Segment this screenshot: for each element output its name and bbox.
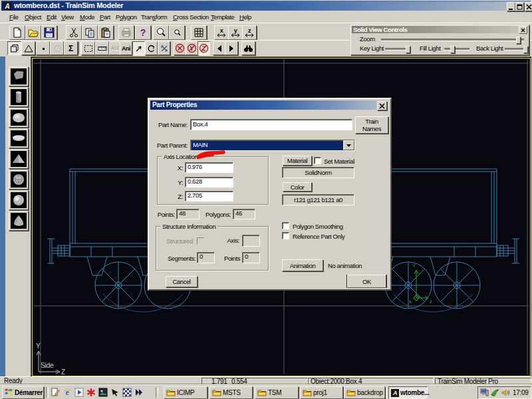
svc-back-light-slider[interactable] xyxy=(505,48,528,51)
quicklaunch-mail-button[interactable] xyxy=(50,387,61,398)
grid-button[interactable] xyxy=(191,25,207,40)
menu-help[interactable]: Help xyxy=(239,13,251,21)
svc-fill-light-slider[interactable] xyxy=(444,48,469,51)
save-button[interactable] xyxy=(41,25,57,40)
task-proj1[interactable]: proj1 xyxy=(300,386,343,399)
start-button[interactable]: Démarrer xyxy=(2,386,44,399)
zoom-in-button[interactable] xyxy=(153,25,169,40)
menu-file[interactable]: File xyxy=(9,13,19,21)
struct-axis-field[interactable] xyxy=(242,235,260,247)
move-tool-button[interactable] xyxy=(132,41,145,55)
tray-display-icon[interactable] xyxy=(491,388,499,397)
menu-mode[interactable]: Mode xyxy=(80,13,94,21)
axis-z-button[interactable]: z xyxy=(242,25,257,40)
animation-button[interactable]: Animation xyxy=(282,259,323,271)
copy-button[interactable] xyxy=(82,25,98,40)
svc-key-light-thumb[interactable] xyxy=(406,46,410,53)
task-icimp[interactable]: ICIMP xyxy=(164,386,207,399)
svc-close-button[interactable] xyxy=(519,26,527,34)
svc-zoom-thumb[interactable] xyxy=(516,37,521,44)
solid-view-controls-titlebar[interactable]: Solid View Controls xyxy=(352,26,527,33)
svc-back-light-thumb[interactable] xyxy=(523,46,528,53)
polygon-smoothing-checkbox[interactable] xyxy=(282,222,289,229)
shape-geosphere-button[interactable] xyxy=(9,170,29,190)
axis-y-button[interactable]: y xyxy=(228,25,243,40)
zoom-out-button[interactable] xyxy=(169,25,185,40)
lock-x-button[interactable] xyxy=(174,41,186,55)
tray-clock[interactable]: 17:09 xyxy=(513,389,529,396)
axis-y-field[interactable]: 0.628 xyxy=(185,177,233,188)
shape-cone-button[interactable] xyxy=(9,149,29,169)
part-name-field[interactable]: Box.4 xyxy=(190,119,352,130)
dialog-titlebar[interactable]: Part Properties xyxy=(150,100,386,110)
scale-tool-button[interactable] xyxy=(158,41,170,55)
paste-button[interactable] xyxy=(98,25,114,40)
menu-edit[interactable]: Edit xyxy=(47,13,57,21)
new-button[interactable] xyxy=(9,25,25,40)
menu-cross-section[interactable]: Cross Section xyxy=(173,13,209,21)
axis-x-field[interactable]: 0.976 xyxy=(185,162,233,173)
svc-zoom-slider[interactable] xyxy=(381,39,524,41)
tray-volume-icon[interactable] xyxy=(501,388,510,397)
svc-key-light-slider[interactable] xyxy=(385,48,410,51)
color-button[interactable]: Color xyxy=(283,182,312,192)
triangle-tool-button[interactable] xyxy=(21,41,35,55)
lock-z-button[interactable] xyxy=(198,41,210,55)
cut-button[interactable] xyxy=(66,25,82,40)
tray-pc-icon[interactable] xyxy=(480,388,489,397)
quicklaunch-star-button[interactable] xyxy=(86,387,96,398)
menu-template[interactable]: Template xyxy=(211,13,234,21)
part-parent-dropdown-button[interactable] xyxy=(343,140,354,150)
quicklaunch-image-button[interactable] xyxy=(98,387,108,398)
help-button[interactable]: ? xyxy=(135,25,151,40)
marquee-select-button[interactable] xyxy=(81,41,95,55)
close-button[interactable] xyxy=(525,2,532,11)
struct-points-field[interactable]: 0 xyxy=(242,252,260,263)
next-button[interactable] xyxy=(225,41,238,55)
menu-part[interactable]: Part xyxy=(100,13,110,21)
quicklaunch-browser-button[interactable]: e xyxy=(62,387,72,398)
reference-part-checkbox[interactable] xyxy=(282,232,289,239)
shape-disc-button[interactable] xyxy=(9,128,29,148)
quicklaunch-pattern-button[interactable] xyxy=(122,387,132,398)
part-parent-combo[interactable]: MAIN xyxy=(190,140,355,151)
shape-box-button[interactable] xyxy=(9,66,29,86)
task-wtombero[interactable]: A wtombe... xyxy=(388,386,428,399)
minimize-button[interactable] xyxy=(507,2,515,11)
shape-sphere2-button[interactable] xyxy=(9,190,29,210)
dialog-close-button[interactable] xyxy=(377,101,387,110)
menu-transform[interactable]: Transform xyxy=(141,13,167,21)
set-material-checkbox[interactable] xyxy=(314,157,321,164)
axis-x-button[interactable]: x xyxy=(214,25,229,40)
animation-mode-button[interactable]: Ani xyxy=(120,41,132,55)
quicklaunch-capture-button[interactable] xyxy=(110,387,120,398)
previous-button[interactable] xyxy=(213,41,226,55)
circle-tool-button[interactable] xyxy=(50,41,64,55)
rotate-tool-button[interactable] xyxy=(145,41,158,55)
task-msts[interactable]: MSTS xyxy=(209,386,253,399)
task-tsm[interactable]: TSM xyxy=(255,386,299,399)
quicklaunch-media-button[interactable] xyxy=(74,387,84,398)
lock-y-button[interactable] xyxy=(186,41,198,55)
axis-z-field[interactable]: 2.705 xyxy=(185,191,233,201)
duplicate-button[interactable] xyxy=(7,41,21,55)
svc-fill-light-thumb[interactable] xyxy=(450,46,455,53)
cancel-button[interactable]: Cancel xyxy=(166,276,198,287)
train-names-button[interactable]: TrainNames xyxy=(355,116,388,134)
menu-object[interactable]: Object xyxy=(25,13,41,21)
maximize-button[interactable] xyxy=(515,2,524,11)
shape-cylinder-button[interactable] xyxy=(9,87,29,107)
structured-checkbox[interactable] xyxy=(197,237,204,245)
segments-field[interactable]: 0 xyxy=(197,252,215,263)
shape-capsule-button[interactable] xyxy=(9,211,29,231)
measure-button[interactable] xyxy=(95,41,109,55)
point-tool-button[interactable] xyxy=(36,41,50,55)
print-button[interactable] xyxy=(118,25,134,40)
menu-polygon[interactable]: Polygon xyxy=(116,13,137,21)
menu-view[interactable]: View xyxy=(61,13,74,21)
sigma-tool-button[interactable]: Σ xyxy=(64,41,78,55)
shape-sphere-button[interactable] xyxy=(9,108,29,128)
quicklaunch-arrows-button[interactable] xyxy=(134,387,144,398)
open-button[interactable] xyxy=(25,25,41,40)
task-backdrop[interactable]: backdrop xyxy=(344,386,385,399)
